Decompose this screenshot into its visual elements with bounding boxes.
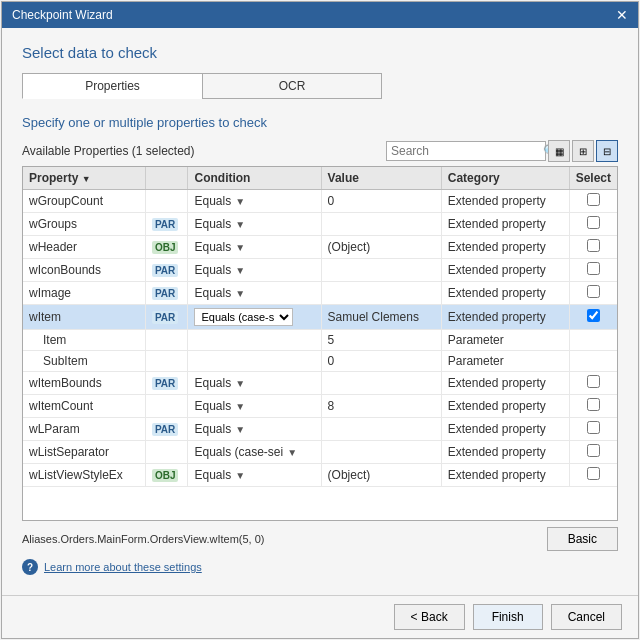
basic-button[interactable]: Basic <box>547 527 618 551</box>
content-area: Select data to check Properties OCR Spec… <box>2 28 638 595</box>
property-tag: PAR <box>152 423 178 436</box>
dropdown-arrow-icon: ▼ <box>235 288 245 299</box>
cell-property: wItem <box>23 305 145 330</box>
cell-category: Extended property <box>441 282 569 305</box>
cell-value: 8 <box>321 395 441 418</box>
search-input[interactable] <box>391 144 541 158</box>
cell-property: wGroups <box>23 213 145 236</box>
condition-select[interactable]: Equals (case-s <box>194 308 293 326</box>
cell-property: Item <box>23 330 145 351</box>
row-checkbox[interactable] <box>587 285 600 298</box>
row-checkbox[interactable] <box>587 398 600 411</box>
tab-properties[interactable]: Properties <box>22 73 202 99</box>
row-checkbox[interactable] <box>587 375 600 388</box>
learn-row: ? Learn more about these settings <box>22 559 618 575</box>
table-body: wGroupCountEquals ▼0Extended propertywGr… <box>23 190 617 487</box>
cell-property: wLParam <box>23 418 145 441</box>
table-row: wLParamPAREquals ▼Extended property <box>23 418 617 441</box>
cell-category: Parameter <box>441 351 569 372</box>
col-condition: Condition <box>188 167 321 190</box>
col-category: Category <box>441 167 569 190</box>
cell-tag <box>145 441 188 464</box>
cell-category: Extended property <box>441 395 569 418</box>
help-icon: ? <box>22 559 38 575</box>
property-tag: OBJ <box>152 469 179 482</box>
toolbar-row: Available Properties (1 selected) 🔍 ▦ ⊞ … <box>22 140 618 162</box>
cell-condition: Equals (case-s <box>188 305 321 330</box>
cell-value <box>321 372 441 395</box>
cell-value: 5 <box>321 330 441 351</box>
cell-select <box>569 236 617 259</box>
footer: < Back Finish Cancel <box>2 595 638 638</box>
columns-icon: ⊞ <box>579 146 587 157</box>
tab-row: Properties OCR <box>22 73 618 99</box>
cell-condition: Equals ▼ <box>188 236 321 259</box>
row-checkbox[interactable] <box>587 239 600 252</box>
properties-table-container: Property ▼ Condition Value Category Sele… <box>22 166 618 521</box>
row-checkbox[interactable] <box>587 216 600 229</box>
section1-title: Select data to check <box>22 44 618 61</box>
cell-condition: Equals (case-sei ▼ <box>188 441 321 464</box>
cell-condition <box>188 330 321 351</box>
cell-property: wListSeparator <box>23 441 145 464</box>
row-checkbox[interactable] <box>587 467 600 480</box>
filter-icon-btn[interactable]: ▦ <box>548 140 570 162</box>
row-checkbox[interactable] <box>587 444 600 457</box>
dropdown-arrow-icon: ▼ <box>235 265 245 276</box>
property-tag: PAR <box>152 218 178 231</box>
cell-category: Extended property <box>441 418 569 441</box>
dialog: Checkpoint Wizard ✕ Select data to check… <box>1 1 639 639</box>
cell-select <box>569 372 617 395</box>
columns-icon-btn[interactable]: ⊞ <box>572 140 594 162</box>
search-and-icons: 🔍 ▦ ⊞ ⊟ <box>386 140 618 162</box>
cell-condition: Equals ▼ <box>188 395 321 418</box>
cell-select <box>569 259 617 282</box>
finish-button[interactable]: Finish <box>473 604 543 630</box>
row-checkbox[interactable] <box>587 193 600 206</box>
cell-tag: PAR <box>145 372 188 395</box>
cell-category: Extended property <box>441 213 569 236</box>
filter-icon: ▦ <box>555 146 564 157</box>
learn-link[interactable]: Learn more about these settings <box>44 561 202 573</box>
cell-value: Samuel Clemens <box>321 305 441 330</box>
cell-category: Parameter <box>441 330 569 351</box>
row-checkbox[interactable] <box>587 309 600 322</box>
cell-select <box>569 464 617 487</box>
cell-value: (Object) <box>321 464 441 487</box>
dropdown-arrow-icon: ▼ <box>235 242 245 253</box>
cell-property: wIconBounds <box>23 259 145 282</box>
expand-icon-btn[interactable]: ⊟ <box>596 140 618 162</box>
col-select: Select <box>569 167 617 190</box>
table-row: Item5Parameter <box>23 330 617 351</box>
cell-select <box>569 190 617 213</box>
cell-tag <box>145 351 188 372</box>
row-checkbox[interactable] <box>587 262 600 275</box>
bottom-row: Aliases.Orders.MainForm.OrdersView.wItem… <box>22 527 618 551</box>
dropdown-arrow-icon: ▼ <box>287 447 297 458</box>
available-label: Available Properties (1 selected) <box>22 144 195 158</box>
back-button[interactable]: < Back <box>394 604 465 630</box>
property-tag: PAR <box>152 264 178 277</box>
cancel-button[interactable]: Cancel <box>551 604 622 630</box>
cell-tag: OBJ <box>145 236 188 259</box>
cell-category: Extended property <box>441 236 569 259</box>
col-value: Value <box>321 167 441 190</box>
cell-category: Extended property <box>441 259 569 282</box>
cell-category: Extended property <box>441 190 569 213</box>
close-button[interactable]: ✕ <box>616 8 628 22</box>
cell-property: wHeader <box>23 236 145 259</box>
col-property: Property ▼ <box>23 167 145 190</box>
cell-tag: PAR <box>145 418 188 441</box>
table-row: SubItem0Parameter <box>23 351 617 372</box>
property-tag: PAR <box>152 287 178 300</box>
cell-value <box>321 259 441 282</box>
cell-category: Extended property <box>441 464 569 487</box>
dropdown-arrow-icon: ▼ <box>235 401 245 412</box>
dropdown-arrow-icon: ▼ <box>235 219 245 230</box>
tab-ocr[interactable]: OCR <box>202 73 382 99</box>
row-checkbox[interactable] <box>587 421 600 434</box>
cell-select <box>569 282 617 305</box>
dropdown-arrow-icon: ▼ <box>235 196 245 207</box>
dropdown-arrow-icon: ▼ <box>235 378 245 389</box>
cell-select <box>569 418 617 441</box>
